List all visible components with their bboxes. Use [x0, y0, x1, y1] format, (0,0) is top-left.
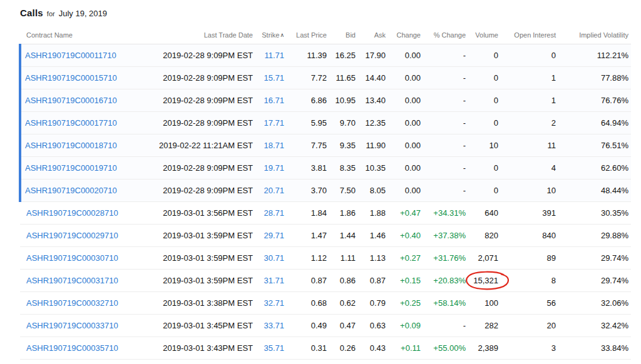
volume-value: 2,389 — [478, 343, 498, 353]
percent-change-cell: +37.38% — [423, 225, 468, 247]
contract-cell: ASHR190719C00032710 — [20, 292, 143, 315]
col-header-implied-volatility[interactable]: Implied Volatility — [558, 27, 631, 44]
last-price-cell: 0.31 — [287, 337, 329, 360]
open-interest-cell: 1 — [501, 89, 558, 112]
strike-link[interactable]: 32.71 — [264, 298, 284, 308]
calls-table-body: ASHR190719C00011710 2019-02-28 9:09PM ES… — [20, 44, 631, 360]
contract-cell: ASHR190719C00015710 — [20, 67, 143, 89]
volume-value: 10 — [490, 141, 498, 150]
contract-link[interactable]: ASHR190719C00028710 — [26, 208, 118, 218]
open-interest-cell: 89 — [501, 247, 558, 270]
contract-link[interactable]: ASHR190719C00033710 — [26, 321, 118, 330]
strike-link[interactable]: 11.71 — [264, 51, 284, 60]
last-price-cell: 1.12 — [287, 247, 329, 270]
implied-volatility-cell: 77.88% — [558, 67, 631, 89]
last-price-cell: 6.86 — [287, 89, 329, 112]
strike-cell: 30.71 — [255, 247, 287, 270]
ask-cell: 14.40 — [358, 67, 388, 89]
bid-cell: 7.50 — [329, 179, 358, 202]
option-row: ASHR190719C00019710 2019-02-28 9:09PM ES… — [20, 157, 631, 179]
volume-wrap: 15,321 — [473, 276, 498, 285]
col-header-last-trade-date[interactable]: Last Trade Date — [143, 27, 255, 44]
bid-cell: 16.25 — [329, 44, 358, 67]
strike-link[interactable]: 19.71 — [264, 163, 284, 173]
percent-change-cell: - — [423, 157, 468, 179]
change-cell: +0.11 — [388, 337, 423, 360]
col-header-percent-change[interactable]: % Change — [423, 27, 468, 44]
strike-link[interactable]: 30.71 — [264, 253, 284, 263]
contract-link[interactable]: ASHR190719C00011710 — [25, 51, 116, 60]
last-trade-date-cell: 2019-03-01 3:45PM EST — [143, 315, 255, 337]
strike-link[interactable]: 35.71 — [264, 343, 284, 353]
volume-value: 0 — [494, 163, 498, 173]
contract-link[interactable]: ASHR190719C00031710 — [26, 276, 118, 285]
strike-link[interactable]: 17.71 — [264, 118, 284, 128]
ask-cell: 0.43 — [358, 337, 388, 360]
open-interest-cell: 840 — [501, 225, 558, 247]
contract-link[interactable]: ASHR190719C00029710 — [26, 231, 118, 240]
change-cell: +0.15 — [388, 270, 423, 292]
contract-cell: ASHR190719C00028710 — [20, 202, 143, 225]
change-cell: +0.40 — [388, 225, 423, 247]
contract-link[interactable]: ASHR190719C00018710 — [25, 141, 117, 150]
option-row: ASHR190719C00029710 2019-03-01 3:59PM ES… — [20, 225, 631, 247]
volume-cell: 0 — [468, 89, 501, 112]
col-header-last-price[interactable]: Last Price — [287, 27, 329, 44]
volume-cell: 2,071 — [468, 247, 501, 270]
strike-link[interactable]: 28.71 — [264, 208, 284, 218]
last-price-cell: 0.87 — [287, 270, 329, 292]
last-trade-date-cell: 2019-03-01 3:59PM EST — [143, 247, 255, 270]
strike-link[interactable]: 31.71 — [264, 276, 284, 285]
contract-link[interactable]: ASHR190719C00020710 — [25, 186, 117, 195]
col-header-strike[interactable]: Strike∧ — [255, 27, 287, 44]
col-header-ask[interactable]: Ask — [358, 27, 388, 44]
strike-link[interactable]: 16.71 — [264, 96, 284, 105]
volume-value: 0 — [494, 51, 498, 60]
contract-link[interactable]: ASHR190719C00035710 — [26, 343, 118, 353]
strike-cell: 33.71 — [255, 315, 287, 337]
strike-link[interactable]: 18.71 — [264, 141, 284, 150]
col-header-change[interactable]: Change — [388, 27, 423, 44]
volume-cell: 0 — [468, 44, 501, 67]
volume-value: 0 — [494, 118, 498, 128]
volume-cell: 100 — [468, 292, 501, 315]
strike-link[interactable]: 15.71 — [264, 73, 284, 83]
last-trade-date-cell: 2019-03-01 3:43PM EST — [143, 337, 255, 360]
contract-link[interactable]: ASHR190719C00032710 — [26, 298, 118, 308]
volume-cell: 10 — [468, 134, 501, 157]
volume-wrap: 0 — [494, 186, 498, 195]
percent-change-cell: +58.14% — [423, 292, 468, 315]
volume-cell: 820 — [468, 225, 501, 247]
col-header-contract-name[interactable]: Contract Name — [20, 27, 143, 44]
last-price-cell: 3.81 — [287, 157, 329, 179]
sort-ascending-icon: ∧ — [280, 32, 284, 38]
expiration-date: July 19, 2019 — [59, 9, 107, 18]
ask-cell: 0.63 — [358, 315, 388, 337]
change-cell: 0.00 — [388, 134, 423, 157]
volume-value: 0 — [494, 73, 498, 83]
percent-change-cell: - — [423, 89, 468, 112]
contract-link[interactable]: ASHR190719C00017710 — [25, 118, 117, 128]
open-interest-cell: 391 — [501, 202, 558, 225]
ask-cell: 0.87 — [358, 270, 388, 292]
percent-change-cell: - — [423, 134, 468, 157]
strike-link[interactable]: 29.71 — [264, 231, 284, 240]
implied-volatility-cell: 32.42% — [558, 315, 631, 337]
col-header-volume[interactable]: Volume — [468, 27, 501, 44]
strike-link[interactable]: 33.71 — [264, 321, 284, 330]
col-header-open-interest[interactable]: Open Interest — [501, 27, 558, 44]
contract-link[interactable]: ASHR190719C00030710 — [26, 253, 118, 263]
open-interest-cell: 10 — [501, 179, 558, 202]
contract-cell: ASHR190719C00018710 — [20, 134, 143, 157]
open-interest-cell: 11 — [501, 134, 558, 157]
col-header-bid[interactable]: Bid — [329, 27, 358, 44]
strike-link[interactable]: 20.71 — [264, 186, 284, 195]
options-chain-page: Calls for July 19, 2019 Contract Name La… — [0, 0, 641, 360]
open-interest-cell: 2 — [501, 112, 558, 134]
ask-cell: 11.90 — [358, 134, 388, 157]
contract-link[interactable]: ASHR190719C00015710 — [25, 73, 117, 83]
contract-link[interactable]: ASHR190719C00019710 — [25, 163, 117, 173]
contract-link[interactable]: ASHR190719C00016710 — [25, 96, 117, 105]
volume-value: 100 — [485, 298, 498, 308]
bid-cell: 10.95 — [329, 89, 358, 112]
